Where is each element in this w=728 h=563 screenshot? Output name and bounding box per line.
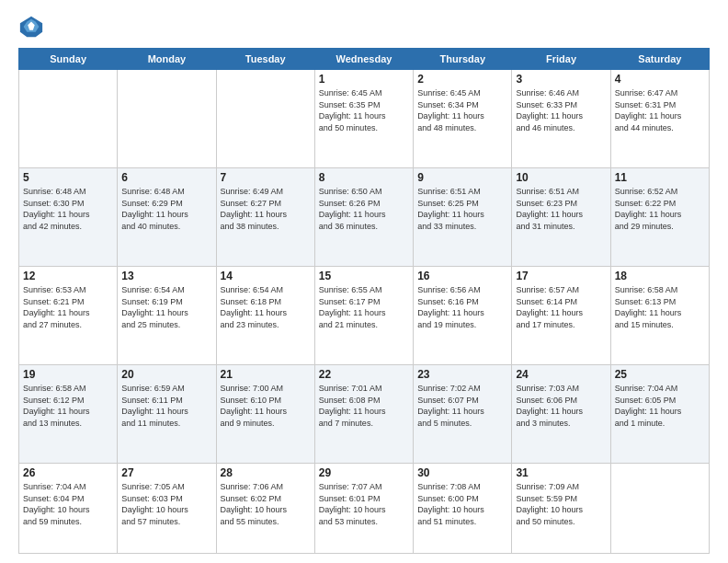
- logo-icon: [18, 15, 44, 40]
- calendar-cell: [19, 70, 118, 168]
- day-info: Sunrise: 7:04 AM Sunset: 6:05 PM Dayligh…: [615, 383, 705, 429]
- day-info: Sunrise: 7:02 AM Sunset: 6:07 PM Dayligh…: [417, 383, 507, 429]
- calendar-cell: 5Sunrise: 6:48 AM Sunset: 6:30 PM Daylig…: [19, 168, 118, 267]
- calendar-cell: 24Sunrise: 7:03 AM Sunset: 6:06 PM Dayli…: [512, 365, 610, 464]
- calendar-cell: 15Sunrise: 6:55 AM Sunset: 6:17 PM Dayli…: [314, 267, 413, 365]
- calendar-cell: 26Sunrise: 7:04 AM Sunset: 6:04 PM Dayli…: [19, 464, 118, 554]
- calendar-cell: 2Sunrise: 6:45 AM Sunset: 6:34 PM Daylig…: [414, 70, 512, 168]
- day-number: 17: [516, 270, 606, 282]
- day-header-monday: Monday: [118, 49, 216, 70]
- day-number: 20: [121, 368, 211, 381]
- calendar-cell: 16Sunrise: 6:56 AM Sunset: 6:16 PM Dayli…: [414, 267, 512, 365]
- day-info: Sunrise: 7:09 AM Sunset: 5:59 PM Dayligh…: [516, 481, 606, 527]
- day-info: Sunrise: 6:50 AM Sunset: 6:26 PM Dayligh…: [319, 186, 409, 232]
- calendar-cell: 1Sunrise: 6:45 AM Sunset: 6:35 PM Daylig…: [314, 70, 413, 168]
- day-number: 3: [516, 73, 606, 86]
- calendar-week-row: 26Sunrise: 7:04 AM Sunset: 6:04 PM Dayli…: [19, 464, 710, 554]
- calendar-cell: 20Sunrise: 6:59 AM Sunset: 6:11 PM Dayli…: [118, 365, 216, 464]
- page: SundayMondayTuesdayWednesdayThursdayFrid…: [0, 0, 728, 563]
- day-info: Sunrise: 6:54 AM Sunset: 6:19 PM Dayligh…: [121, 284, 211, 330]
- day-info: Sunrise: 7:03 AM Sunset: 6:06 PM Dayligh…: [516, 383, 606, 429]
- day-info: Sunrise: 6:58 AM Sunset: 6:13 PM Dayligh…: [615, 284, 705, 330]
- logo: [18, 15, 48, 40]
- calendar-cell: 17Sunrise: 6:57 AM Sunset: 6:14 PM Dayli…: [512, 267, 610, 365]
- day-info: Sunrise: 7:00 AM Sunset: 6:10 PM Dayligh…: [221, 383, 311, 429]
- calendar-cell: 12Sunrise: 6:53 AM Sunset: 6:21 PM Dayli…: [19, 267, 118, 365]
- day-info: Sunrise: 6:58 AM Sunset: 6:12 PM Dayligh…: [23, 383, 113, 429]
- day-header-saturday: Saturday: [610, 49, 709, 70]
- calendar-cell: 29Sunrise: 7:07 AM Sunset: 6:01 PM Dayli…: [314, 464, 413, 554]
- day-number: 12: [23, 270, 113, 282]
- day-number: 9: [417, 171, 507, 184]
- day-number: 4: [615, 73, 705, 86]
- day-number: 28: [221, 466, 311, 479]
- day-info: Sunrise: 6:45 AM Sunset: 6:34 PM Dayligh…: [417, 87, 507, 133]
- day-info: Sunrise: 6:49 AM Sunset: 6:27 PM Dayligh…: [221, 186, 311, 232]
- day-info: Sunrise: 7:07 AM Sunset: 6:01 PM Dayligh…: [319, 481, 409, 527]
- day-info: Sunrise: 6:51 AM Sunset: 6:23 PM Dayligh…: [516, 186, 606, 232]
- day-header-thursday: Thursday: [414, 49, 512, 70]
- day-info: Sunrise: 7:08 AM Sunset: 6:00 PM Dayligh…: [417, 481, 507, 527]
- day-number: 22: [319, 368, 409, 381]
- calendar-cell: 11Sunrise: 6:52 AM Sunset: 6:22 PM Dayli…: [610, 168, 709, 267]
- day-info: Sunrise: 6:45 AM Sunset: 6:35 PM Dayligh…: [319, 87, 409, 133]
- day-number: 19: [23, 368, 113, 381]
- calendar-cell: 22Sunrise: 7:01 AM Sunset: 6:08 PM Dayli…: [314, 365, 413, 464]
- day-number: 23: [417, 368, 507, 381]
- day-info: Sunrise: 6:48 AM Sunset: 6:29 PM Dayligh…: [121, 186, 211, 232]
- day-info: Sunrise: 7:05 AM Sunset: 6:03 PM Dayligh…: [121, 481, 211, 527]
- calendar-table: SundayMondayTuesdayWednesdayThursdayFrid…: [18, 48, 710, 554]
- calendar-cell: 9Sunrise: 6:51 AM Sunset: 6:25 PM Daylig…: [414, 168, 512, 267]
- day-number: 16: [417, 270, 507, 282]
- calendar-cell: 27Sunrise: 7:05 AM Sunset: 6:03 PM Dayli…: [118, 464, 216, 554]
- day-number: 27: [121, 466, 211, 479]
- calendar-cell: [216, 70, 314, 168]
- calendar-cell: 10Sunrise: 6:51 AM Sunset: 6:23 PM Dayli…: [512, 168, 610, 267]
- calendar-week-row: 12Sunrise: 6:53 AM Sunset: 6:21 PM Dayli…: [19, 267, 710, 365]
- day-number: 31: [516, 466, 606, 479]
- calendar-cell: [610, 464, 709, 554]
- day-info: Sunrise: 6:52 AM Sunset: 6:22 PM Dayligh…: [615, 186, 705, 232]
- calendar-cell: 8Sunrise: 6:50 AM Sunset: 6:26 PM Daylig…: [314, 168, 413, 267]
- day-info: Sunrise: 6:51 AM Sunset: 6:25 PM Dayligh…: [417, 186, 507, 232]
- day-info: Sunrise: 6:53 AM Sunset: 6:21 PM Dayligh…: [23, 284, 113, 330]
- day-header-wednesday: Wednesday: [314, 49, 413, 70]
- calendar-cell: 19Sunrise: 6:58 AM Sunset: 6:12 PM Dayli…: [19, 365, 118, 464]
- day-number: 21: [221, 368, 311, 381]
- calendar-cell: 13Sunrise: 6:54 AM Sunset: 6:19 PM Dayli…: [118, 267, 216, 365]
- day-number: 10: [516, 171, 606, 184]
- day-info: Sunrise: 6:48 AM Sunset: 6:30 PM Dayligh…: [23, 186, 113, 232]
- day-number: 14: [221, 270, 311, 282]
- day-number: 1: [319, 73, 409, 86]
- calendar-cell: 21Sunrise: 7:00 AM Sunset: 6:10 PM Dayli…: [216, 365, 314, 464]
- calendar-cell: 23Sunrise: 7:02 AM Sunset: 6:07 PM Dayli…: [414, 365, 512, 464]
- day-number: 30: [417, 466, 507, 479]
- day-number: 2: [417, 73, 507, 86]
- calendar-week-row: 19Sunrise: 6:58 AM Sunset: 6:12 PM Dayli…: [19, 365, 710, 464]
- calendar-cell: 30Sunrise: 7:08 AM Sunset: 6:00 PM Dayli…: [414, 464, 512, 554]
- calendar-cell: 18Sunrise: 6:58 AM Sunset: 6:13 PM Dayli…: [610, 267, 709, 365]
- day-info: Sunrise: 7:01 AM Sunset: 6:08 PM Dayligh…: [319, 383, 409, 429]
- day-number: 7: [221, 171, 311, 184]
- day-number: 18: [615, 270, 705, 282]
- calendar-cell: 28Sunrise: 7:06 AM Sunset: 6:02 PM Dayli…: [216, 464, 314, 554]
- calendar-week-row: 1Sunrise: 6:45 AM Sunset: 6:35 PM Daylig…: [19, 70, 710, 168]
- day-info: Sunrise: 7:06 AM Sunset: 6:02 PM Dayligh…: [221, 481, 311, 527]
- calendar-week-row: 5Sunrise: 6:48 AM Sunset: 6:30 PM Daylig…: [19, 168, 710, 267]
- day-info: Sunrise: 6:56 AM Sunset: 6:16 PM Dayligh…: [417, 284, 507, 330]
- calendar-header-row: SundayMondayTuesdayWednesdayThursdayFrid…: [19, 49, 710, 70]
- day-number: 24: [516, 368, 606, 381]
- day-info: Sunrise: 6:57 AM Sunset: 6:14 PM Dayligh…: [516, 284, 606, 330]
- day-number: 25: [615, 368, 705, 381]
- day-number: 8: [319, 171, 409, 184]
- day-number: 29: [319, 466, 409, 479]
- day-number: 26: [23, 466, 113, 479]
- day-info: Sunrise: 6:47 AM Sunset: 6:31 PM Dayligh…: [615, 87, 705, 133]
- day-number: 15: [319, 270, 409, 282]
- day-info: Sunrise: 7:04 AM Sunset: 6:04 PM Dayligh…: [23, 481, 113, 527]
- day-info: Sunrise: 6:59 AM Sunset: 6:11 PM Dayligh…: [121, 383, 211, 429]
- day-info: Sunrise: 6:54 AM Sunset: 6:18 PM Dayligh…: [221, 284, 311, 330]
- calendar-cell: 7Sunrise: 6:49 AM Sunset: 6:27 PM Daylig…: [216, 168, 314, 267]
- day-header-tuesday: Tuesday: [216, 49, 314, 70]
- day-number: 11: [615, 171, 705, 184]
